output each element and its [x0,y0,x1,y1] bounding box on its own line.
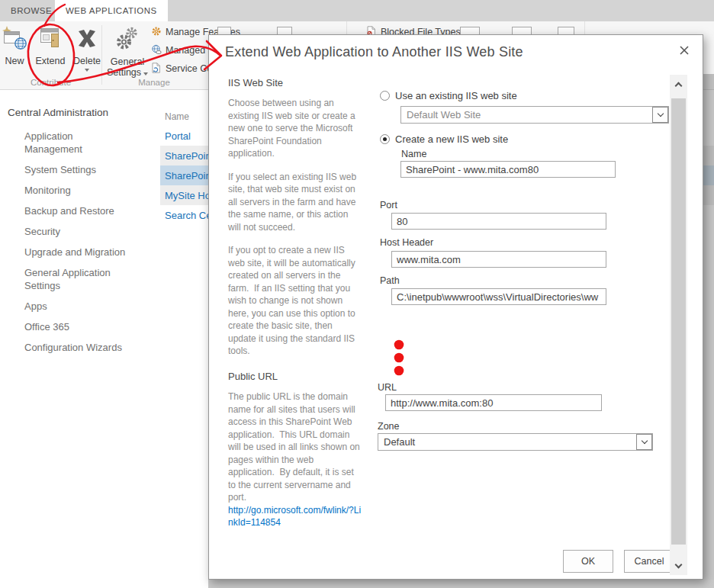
nav-security[interactable]: Security [24,225,133,238]
new-button-label: New [5,56,24,66]
dialog-scrollbar[interactable] [670,75,687,575]
extend-web-application-icon [37,26,63,53]
zone-label: Zone [378,421,400,432]
delete-x-icon [76,26,98,53]
tab-web-applications[interactable]: WEB APPLICATIONS [55,0,168,21]
new-web-application-icon [2,26,27,53]
tab-browse[interactable]: BROWSE [0,0,63,21]
create-new-site-label: Create a new IIS web site [395,133,508,145]
chevron-down-icon [641,438,647,444]
nav-central-administration[interactable]: Central Administration [8,107,153,118]
nav-office-365[interactable]: Office 365 [24,320,133,333]
iis-description-3: If you opt to create a new IIS web site,… [228,244,362,358]
radio-unchecked-icon[interactable] [380,91,390,101]
new-button[interactable]: New [0,26,29,66]
name-label: Name [401,149,426,159]
url-label: URL [378,382,397,393]
iis-web-site-heading: IIS Web Site [228,77,362,88]
general-settings-button[interactable]: General Settings [105,26,150,78]
modal-dim-overlay-bottom [208,580,714,588]
select-dropdown-button[interactable] [636,434,652,450]
contribute-group-label: Contribute [0,78,101,87]
ribbon-group-divider [101,25,102,85]
name-input[interactable] [400,161,616,178]
scrollbar-thumb[interactable] [671,98,686,545]
scroll-up-arrow-icon[interactable] [670,75,687,93]
cancel-button[interactable]: Cancel [624,550,674,573]
service-connections-page-icon [151,63,162,76]
iis-description-2: If you select an existing IIS web site, … [228,171,362,234]
ribbon-group-divider [584,21,585,35]
host-header-input[interactable] [391,251,606,268]
select-dropdown-button[interactable] [652,107,668,123]
extend-button[interactable]: Extend [31,26,70,66]
port-input[interactable] [391,213,606,230]
ribbon-group-divider [346,21,347,35]
managed-paths-globe-icon [151,44,162,57]
host-header-label: Host Header [380,237,433,248]
zone-value: Default [378,436,636,448]
url-input[interactable] [385,394,602,411]
public-url-heading: Public URL [228,371,362,382]
manage-features-gear-icon [151,26,162,39]
nav-monitoring[interactable]: Monitoring [24,184,133,197]
general-settings-dropdown-arrow-icon [143,72,148,76]
delete-dropdown-arrow-icon [85,69,89,72]
nav-application-management[interactable]: Application Management [24,130,133,156]
dialog-title: Extend Web Application to Another IIS We… [225,44,523,60]
close-icon[interactable] [676,42,693,59]
iis-description-1: Choose between using an existing IIS web… [228,97,362,160]
zone-select[interactable]: Default [378,433,653,451]
radio-checked-icon[interactable] [380,134,390,144]
nav-configuration-wizards[interactable]: Configuration Wizards [24,341,133,354]
manage-group-label: Manage [104,78,204,87]
delete-button[interactable]: Delete [70,26,104,72]
ribbon-tab-bar: BROWSE WEB APPLICATIONS [0,0,714,21]
nav-backup-and-restore[interactable]: Backup and Restore [24,204,133,217]
chevron-down-icon [657,111,663,117]
public-url-description: The public URL is the domain name for al… [228,390,362,504]
use-existing-site-label: Use an existing IIS web site [395,90,517,101]
scroll-down-arrow-icon[interactable] [670,557,687,575]
left-navigation: Central Administration Application Manag… [8,107,153,361]
create-new-site-radio[interactable]: Create a new IIS web site [380,133,508,145]
path-label: Path [380,275,400,286]
existing-site-select[interactable]: Default Web Site [400,106,669,124]
nav-general-application-settings[interactable]: General Application Settings [24,266,133,292]
nav-upgrade-and-migration[interactable]: Upgrade and Migration [24,246,133,259]
fwlink-hyperlink[interactable]: http://go.microsoft.com/fwlink/?LinkId=1… [228,504,362,529]
nav-system-settings[interactable]: System Settings [24,163,133,176]
port-label: Port [380,200,397,210]
path-input[interactable] [391,288,606,305]
existing-site-value: Default Web Site [401,109,652,120]
ok-button[interactable]: OK [563,550,613,573]
nav-apps[interactable]: Apps [24,300,133,313]
general-settings-label: General Settings [107,56,144,78]
iis-web-site-section: IIS Web Site Choose between using an exi… [228,77,362,368]
screenshot-root: BROWSE WEB APPLICATIONS New [0,0,714,588]
extend-button-label: Extend [36,56,66,66]
use-existing-site-radio[interactable]: Use an existing IIS web site [380,90,517,101]
delete-button-label: Delete [73,56,101,66]
public-url-section: Public URL The public URL is the domain … [228,371,362,529]
extend-web-application-dialog: Extend Web Application to Another IIS We… [208,34,703,580]
gears-icon [115,26,140,54]
